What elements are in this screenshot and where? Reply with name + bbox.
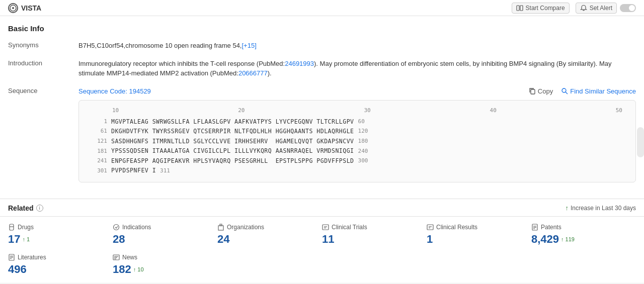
news-delta: ↑ 10 (133, 266, 144, 272)
svg-rect-15 (427, 225, 433, 230)
svg-rect-3 (520, 6, 523, 11)
sequence-code-link[interactable]: Sequence Code: 194529 (78, 86, 151, 97)
stats-grid-1: Drugs 17 ↑ 1 Indications 28 (8, 222, 636, 248)
main-content: Basic Info Synonyms B7H5,C10orf54,chromo… (0, 16, 644, 199)
seq-line-181: 181YPSSSQDSEN ITAAALATGA CIVGILCLPL ILLL… (87, 146, 627, 156)
synonyms-value: B7H5,C10orf54,chromosome 10 open reading… (78, 41, 636, 51)
introduction-value: Immunoregulatory receptor which inhibits… (78, 59, 636, 78)
header-right: Start Compare Set Alert (512, 3, 636, 14)
seq-line-121: 121SASDHHGNFS ITMRNLTLLD SGLYCCLVVE IRHH… (87, 137, 627, 147)
related-title: Related i (8, 204, 43, 212)
synonyms-label: Synonyms (8, 41, 78, 49)
stat-literatures[interactable]: Literatures 496 (8, 252, 113, 278)
sequence-box: 10 20 30 40 50 1MGVPTALEAG SWRWGSLLFA LF… (78, 100, 636, 182)
pubmed2-link[interactable]: 20666777 (238, 69, 268, 77)
literatures-icon (8, 254, 15, 261)
svg-rect-7 (10, 224, 14, 230)
stat-indications[interactable]: Indications 28 (113, 222, 217, 248)
stat-clinical-results[interactable]: Clinical Results 1 (427, 222, 531, 248)
copy-icon (529, 87, 536, 94)
clinical-trials-icon (322, 224, 329, 231)
alert-toggle[interactable] (620, 4, 636, 12)
patents-icon (531, 224, 538, 231)
stats-row-1: Drugs 17 ↑ 1 Indications 28 (0, 217, 644, 283)
header-left: VISTA (8, 3, 41, 13)
stats-grid-2: Literatures 496 News 182 ↑ 10 (8, 248, 636, 283)
find-similar-icon (561, 87, 568, 94)
related-info-icon[interactable]: i (36, 205, 43, 212)
introduction-label: Introduction (8, 59, 78, 67)
drugs-delta: ↑ 1 (22, 236, 30, 242)
set-alert-container: Set Alert (576, 3, 636, 14)
stat-drugs[interactable]: Drugs 17 ↑ 1 (8, 222, 113, 248)
bell-icon (580, 5, 587, 12)
synonyms-more-link[interactable]: [+15] (242, 42, 256, 49)
sequence-value: Sequence Code: 194529 Copy (78, 86, 636, 182)
pubmed1-link[interactable]: 24691993 (285, 60, 314, 67)
sequence-label: Sequence (8, 86, 78, 94)
seq-line-1: 1MGVPTALEAG SWRWGSLLFA LFLAASLGPV AAFKVA… (87, 117, 627, 127)
news-icon (113, 254, 120, 261)
scroll-indicator[interactable] (637, 127, 644, 157)
header: VISTA Start Compare Set Alert (0, 0, 644, 16)
sequence-header: Sequence Code: 194529 Copy (78, 86, 636, 97)
svg-line-6 (566, 92, 568, 94)
svg-rect-12 (323, 225, 329, 230)
seq-line-241: 241ENPGFEASPP AQGIPEAKVR HPLSYVAQRQ PSES… (87, 156, 627, 166)
stat-clinical-trials[interactable]: Clinical Trials 11 (322, 222, 427, 248)
patents-delta: ↑ 119 (561, 236, 575, 242)
basic-info-section: Basic Info Synonyms B7H5,C10orf54,chromo… (8, 24, 636, 182)
synonyms-row: Synonyms B7H5,C10orf54,chromosome 10 ope… (8, 41, 636, 51)
stat-patents[interactable]: Patents 8,429 ↑ 119 (531, 222, 636, 248)
svg-rect-4 (531, 89, 535, 94)
svg-point-5 (562, 88, 566, 92)
find-similar-button[interactable]: Find Similar Sequence (561, 87, 636, 95)
sequence-row: Sequence Sequence Code: 194529 Copy (8, 86, 636, 182)
vista-logo-icon (8, 3, 18, 13)
clinical-results-icon (427, 224, 434, 231)
svg-rect-2 (517, 6, 519, 11)
compare-icon (516, 5, 523, 12)
seq-line-61: 61DKGHDVTFYK TWYRSSRGEV QTCSERRPIR NLTFQ… (87, 127, 627, 137)
indications-icon (113, 224, 120, 231)
app-title: VISTA (21, 4, 41, 12)
sequence-actions: Copy Find Similar Sequence (529, 87, 636, 95)
stat-news[interactable]: News 182 ↑ 10 (113, 252, 217, 278)
stat-organizations[interactable]: Organizations 24 (217, 222, 322, 248)
related-section: Related i ↑ Increase in Last 30 days Dru… (0, 199, 644, 283)
basic-info-title: Basic Info (8, 24, 636, 33)
increase-label: ↑ Increase in Last 30 days (565, 204, 636, 212)
increase-arrow-icon: ↑ (565, 204, 569, 212)
introduction-row: Introduction Immunoregulatory receptor w… (8, 59, 636, 78)
svg-rect-10 (218, 226, 223, 230)
start-compare-button[interactable]: Start Compare (512, 3, 570, 14)
svg-point-9 (114, 224, 119, 230)
svg-point-1 (12, 7, 14, 9)
sequence-ruler: 10 20 30 40 50 (87, 107, 627, 115)
drugs-icon (8, 224, 15, 231)
svg-rect-11 (220, 224, 222, 226)
set-alert-button[interactable]: Set Alert (576, 3, 617, 14)
seq-line-301: 301PVPDSPNFEV I311 (87, 166, 627, 176)
copy-button[interactable]: Copy (529, 87, 553, 95)
related-header: Related i ↑ Increase in Last 30 days (0, 199, 644, 217)
organizations-icon (217, 224, 224, 231)
